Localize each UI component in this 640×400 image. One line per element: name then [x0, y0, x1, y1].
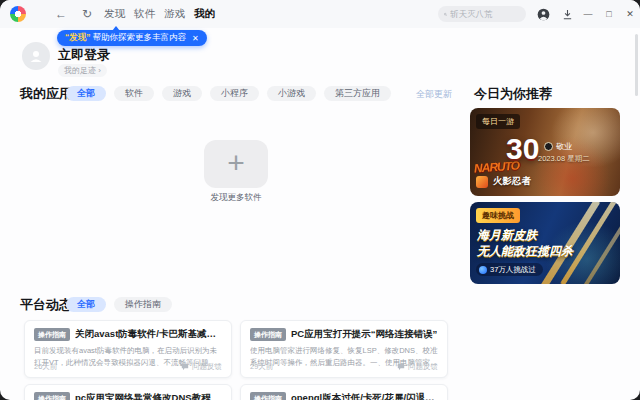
nav-tab-software[interactable]: 软件 [134, 7, 155, 21]
scrollbar-thumb[interactable] [635, 34, 638, 96]
plus-icon: + [227, 148, 245, 178]
my-history-link[interactable]: 我的足迹 › [58, 64, 107, 77]
discover-tooltip: “发现” 帮助你探索更多丰富内容 ✕ [57, 30, 207, 46]
tooltip-close-icon[interactable]: ✕ [192, 34, 199, 43]
search-icon [444, 10, 447, 19]
chat-bubble-icon [181, 363, 189, 371]
feed-title: 平台动态 [20, 296, 72, 314]
feed-card-badge: 操作指南 [34, 392, 70, 400]
login-button[interactable]: 立即登录 [58, 46, 110, 64]
maximize-button[interactable]: □ [601, 7, 617, 21]
players-icon [479, 266, 487, 274]
back-button[interactable]: ← [52, 5, 70, 23]
close-icon: ✕ [626, 9, 634, 19]
feedback-link[interactable]: 问题反馈 [181, 362, 222, 372]
feed-card-badge: 操作指南 [250, 392, 286, 400]
avatar[interactable] [22, 42, 50, 70]
search-input[interactable] [450, 9, 520, 19]
add-more-apps-label: 发现更多软件 [176, 192, 296, 204]
nav-tab-discover[interactable]: 发现 [104, 7, 125, 21]
feed-card-time: 26天前 [34, 362, 57, 372]
minimize-icon: — [584, 9, 593, 19]
recommend-title: 今日为你推荐 [474, 85, 552, 103]
title-bar: ← ↻ 发现 软件 游戏 我的 — □ ✕ [0, 0, 640, 28]
feed-filter-tabs: 全部 操作指南 [66, 297, 172, 312]
back-icon: ← [55, 7, 67, 21]
feed-card-header: 操作指南 关闭avast防毒软件/卡巴斯基减少卡顿现象 [34, 328, 222, 341]
daily-game-name: 火影忍者 [493, 175, 531, 188]
feed-card-header: 操作指南 opengl版本过低/卡死/花屏/闪退，升级显卡驱动… [250, 392, 438, 400]
filter-tab-all[interactable]: 全部 [66, 86, 106, 101]
feed-card-time: 29天前 [250, 362, 273, 372]
challenge-card[interactable]: 趣味挑战 海月新皮肤 无人能敌狂揽四杀 37万人挑战过 [470, 202, 620, 284]
feed-card-footer: 26天前 问题反馈 [34, 362, 222, 372]
feed-tab-guide[interactable]: 操作指南 [114, 297, 172, 312]
download-manager-button[interactable] [560, 7, 574, 21]
challenge-headline-1: 海月新皮肤 [477, 227, 537, 244]
app-logo-icon[interactable] [10, 6, 26, 22]
account-button[interactable] [536, 7, 550, 21]
feed-card-4[interactable]: 操作指南 opengl版本过低/卡死/花屏/闪退，升级显卡驱动… [240, 384, 448, 400]
tooltip-highlight: “发现” [65, 32, 91, 44]
feed-card-title: PC应用宝打开提示“网络连接错误” [291, 328, 437, 341]
feed-card-title: 关闭avast防毒软件/卡巴斯基减少卡顿现象 [75, 328, 222, 341]
tooltip-text: 帮助你探索更多丰富内容 [93, 32, 187, 44]
feed-card-title: opengl版本过低/卡死/花屏/闪退，升级显卡驱动… [291, 392, 438, 400]
avatar-person-icon [28, 48, 44, 64]
daily-tag-label: 敬业 [556, 141, 572, 152]
feed-card-1[interactable]: 操作指南 关闭avast防毒软件/卡巴斯基减少卡顿现象 目前发现装有avast防… [24, 320, 232, 378]
filter-tab-minigames[interactable]: 小游戏 [267, 86, 316, 101]
filter-tab-thirdparty[interactable]: 第三方应用 [324, 86, 391, 101]
daily-date: 2023.08 星期二 [538, 154, 590, 164]
account-icon [537, 8, 550, 21]
daily-card-badge: 每日一游 [476, 114, 520, 129]
chat-bubble-icon [397, 363, 405, 371]
filter-tab-software[interactable]: 软件 [114, 86, 154, 101]
feed-card-footer: 29天前 问题反馈 [250, 362, 438, 372]
daily-tag: 敬业 [544, 141, 572, 152]
minimize-button[interactable]: — [580, 7, 596, 21]
refresh-icon: ↻ [82, 7, 92, 21]
feed-card-header: 操作指南 pc应用宝网络异常修改DNS教程 [34, 392, 222, 400]
daily-day-number: 30 [506, 132, 539, 166]
feedback-label: 问题反馈 [192, 362, 222, 372]
daily-tag-icon [544, 142, 553, 151]
my-apps-filter-tabs: 全部 软件 游戏 小程序 小游戏 第三方应用 [66, 86, 391, 101]
close-button[interactable]: ✕ [622, 7, 638, 21]
my-apps-title: 我的应用 [20, 85, 72, 103]
maximize-icon: □ [606, 9, 611, 19]
add-more-apps-tile[interactable]: + [204, 140, 268, 188]
challenge-stat-pill: 37万人挑战过 [476, 263, 543, 276]
search-box[interactable] [438, 6, 526, 22]
download-icon [562, 9, 573, 20]
filter-tab-miniprograms[interactable]: 小程序 [210, 86, 259, 101]
game-app-icon [476, 176, 488, 188]
update-all-link[interactable]: 全部更新 [416, 88, 452, 101]
feed-tab-all[interactable]: 全部 [66, 297, 106, 312]
feed-card-3[interactable]: 操作指南 pc应用宝网络异常修改DNS教程 [24, 384, 232, 400]
challenge-card-badge: 趣味挑战 [476, 208, 520, 223]
feed-card-title: pc应用宝网络异常修改DNS教程 [75, 392, 211, 400]
nav-tab-mine[interactable]: 我的 [194, 7, 215, 21]
filter-tab-games[interactable]: 游戏 [162, 86, 202, 101]
feed-card-header: 操作指南 PC应用宝打开提示“网络连接错误” [250, 328, 438, 341]
app-window: ← ↻ 发现 软件 游戏 我的 — □ ✕ [0, 0, 640, 400]
daily-game-row: 火影忍者 [476, 175, 531, 188]
feedback-link[interactable]: 问题反馈 [397, 362, 438, 372]
nav-tab-games[interactable]: 游戏 [164, 7, 185, 21]
daily-game-card[interactable]: 每日一游 NARUTO 30 敬业 2023.08 星期二 火影忍者 [470, 108, 620, 196]
feed-card-badge: 操作指南 [250, 328, 286, 341]
feedback-label: 问题反馈 [408, 362, 438, 372]
feed-card-2[interactable]: 操作指南 PC应用宝打开提示“网络连接错误” 使用电脑管家进行网络修复、恢复LS… [240, 320, 448, 378]
challenge-stat-label: 37万人挑战过 [490, 265, 536, 275]
challenge-headline-2: 无人能敌狂揽四杀 [477, 243, 573, 260]
refresh-button[interactable]: ↻ [78, 5, 96, 23]
feed-card-badge: 操作指南 [34, 328, 70, 341]
